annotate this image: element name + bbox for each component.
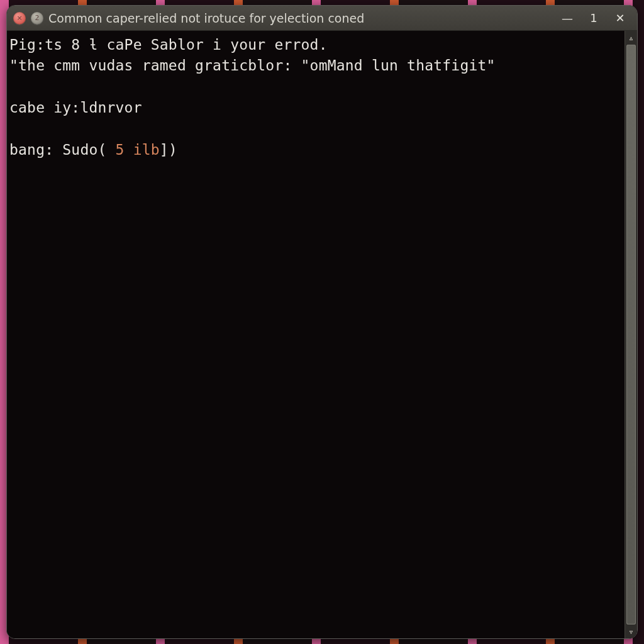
vertical-scrollbar[interactable]: ▵ ▿ — [625, 31, 637, 638]
scroll-track[interactable] — [625, 45, 637, 625]
terminal-output[interactable]: Pig:ts 8 ƚ caPe Sablor i your errod. "th… — [7, 31, 625, 638]
term-line-3: cabe iy:ldnrvor — [9, 99, 142, 116]
term-line-4b — [125, 142, 133, 158]
close-icon: ✕ — [615, 11, 625, 25]
chevron-down-icon: ▿ — [628, 626, 633, 636]
close-dot-glyph: × — [16, 14, 22, 22]
minimize-button[interactable]: — — [557, 9, 578, 27]
term-line-1b: Sablor i your errod. — [142, 36, 328, 53]
titlebar[interactable]: × 2 Common caper-relied not irotuce for … — [7, 6, 637, 31]
minimize-dot-glyph: 2 — [35, 14, 40, 22]
terminal-window: × 2 Common caper-relied not irotuce for … — [6, 5, 638, 639]
term-line-4-num: 5 — [116, 142, 125, 158]
close-button[interactable]: ✕ — [609, 9, 631, 27]
term-line-2: "the cmm vudas ramed graticblor: "omMand… — [9, 57, 496, 74]
window-minimize-dot[interactable]: 2 — [31, 12, 43, 25]
window-index-button[interactable]: 1 — [583, 9, 604, 27]
window-close-dot[interactable]: × — [13, 12, 26, 25]
term-line-1a: Pig:ts 8 ƚ caPe — [9, 36, 142, 53]
window-body: Pig:ts 8 ƚ caPe Sablor i your errod. "th… — [7, 31, 637, 638]
scroll-thumb[interactable] — [626, 45, 636, 625]
term-line-4c: ]) — [160, 142, 177, 158]
window-title: Common caper-relied not irotuce for yele… — [48, 11, 364, 25]
term-line-4a: bang: Sudo( — [9, 142, 116, 158]
scroll-up-button[interactable]: ▵ — [625, 31, 637, 45]
window-index-label: 1 — [590, 11, 597, 25]
term-line-4-kw: ilb — [133, 142, 160, 158]
minimize-icon: — — [562, 11, 573, 25]
chevron-up-icon: ▵ — [628, 33, 633, 43]
